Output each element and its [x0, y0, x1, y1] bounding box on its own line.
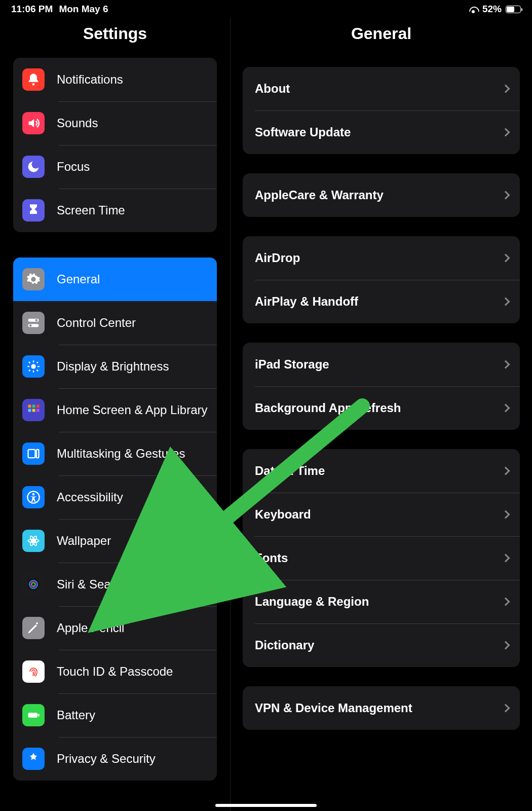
status-battery-pct: 52%: [482, 4, 502, 15]
detail-row-label: Dictionary: [255, 638, 314, 652]
detail-section: VPN & Device Management: [243, 686, 520, 730]
sidebar-item-label: Apple Pencil: [57, 620, 124, 636]
hand-icon: [22, 748, 45, 770]
detail-section: AppleCare & Warranty: [243, 173, 520, 217]
sidebar-item-label: Accessibility: [57, 490, 123, 505]
sidebar-item-label: Notifications: [57, 72, 123, 87]
grid-icon: [22, 399, 45, 421]
sidebar-item-label: Screen Time: [57, 203, 125, 218]
detail-row-label: AirPlay & Handoff: [255, 294, 358, 309]
chevron-right-icon: [502, 641, 510, 650]
sidebar-item-accessibility[interactable]: Accessibility: [13, 475, 217, 519]
detail-row-applecare[interactable]: AppleCare & Warranty: [243, 173, 520, 217]
sidebar-item-label: Sounds: [57, 116, 98, 131]
wifi-icon: [468, 6, 478, 13]
detail-row-dictionary[interactable]: Dictionary: [243, 623, 520, 667]
detail-row-ipad-storage[interactable]: iPad Storage: [243, 343, 520, 386]
sidebar-item-multitasking[interactable]: Multitasking & Gestures: [13, 432, 217, 475]
detail-row-airplay-handoff[interactable]: AirPlay & Handoff: [243, 280, 520, 323]
svg-rect-20: [28, 450, 35, 458]
svg-rect-16: [36, 405, 40, 408]
detail-row-label: Background App Refresh: [255, 401, 401, 415]
moon-icon: [22, 156, 45, 178]
detail-row-label: About: [255, 82, 290, 96]
sidebar-item-label: Multitasking & Gestures: [57, 446, 185, 461]
svg-rect-19: [36, 409, 40, 412]
svg-point-4: [29, 324, 32, 327]
sidebar-item-display-brightness[interactable]: Display & Brightness: [13, 345, 217, 388]
detail-row-vpn-device-mgmt[interactable]: VPN & Device Management: [243, 686, 520, 730]
detail-row-label: Language & Region: [255, 595, 369, 609]
chevron-right-icon: [502, 360, 510, 369]
detail-row-software-update[interactable]: Software Update: [243, 110, 520, 154]
sidebar-section: NotificationsSoundsFocusScreen Time: [13, 58, 217, 232]
detail-row-about[interactable]: About: [243, 67, 520, 110]
detail-row-keyboard[interactable]: Keyboard: [243, 493, 520, 536]
home-indicator[interactable]: [215, 804, 317, 807]
detail-row-fonts[interactable]: Fonts: [243, 536, 520, 580]
sidebar-item-focus[interactable]: Focus: [13, 145, 217, 189]
pencil-icon: [22, 617, 45, 639]
sidebar-item-control-center[interactable]: Control Center: [13, 301, 217, 345]
detail-row-label: VPN & Device Management: [255, 701, 412, 715]
svg-rect-17: [28, 409, 31, 412]
fingerprint-icon: [22, 660, 45, 683]
detail-row-language-region[interactable]: Language & Region: [243, 580, 520, 623]
hourglass-icon: [22, 199, 45, 222]
chevron-right-icon: [502, 128, 510, 137]
chevron-right-icon: [502, 85, 510, 93]
svg-line-13: [37, 362, 38, 363]
chevron-right-icon: [502, 298, 510, 306]
general-detail-pane[interactable]: General AboutSoftware UpdateAppleCare & …: [230, 18, 532, 811]
svg-rect-15: [32, 405, 35, 408]
svg-rect-32: [28, 713, 38, 717]
sidebar-item-sounds[interactable]: Sounds: [13, 101, 217, 145]
status-bar: 11:06 PM Mon May 6 52%: [0, 0, 532, 18]
svg-line-12: [29, 370, 30, 371]
detail-row-label: Date & Time: [255, 464, 325, 478]
svg-rect-18: [32, 409, 35, 412]
sidebar-item-label: Privacy & Security: [57, 751, 156, 766]
sidebar-item-siri-search[interactable]: Siri & Search: [13, 563, 217, 606]
status-time: 11:06 PM: [11, 4, 53, 15]
detail-section: iPad StorageBackground App Refresh: [243, 343, 520, 430]
detail-row-airdrop[interactable]: AirDrop: [243, 236, 520, 280]
svg-rect-21: [36, 450, 39, 458]
chevron-right-icon: [502, 404, 510, 413]
sidebar-item-label: Display & Brightness: [57, 359, 169, 374]
siri-icon: [22, 573, 45, 596]
detail-section: AboutSoftware Update: [243, 67, 520, 154]
svg-rect-33: [38, 714, 39, 717]
detail-section: Date & TimeKeyboardFontsLanguage & Regio…: [243, 449, 520, 667]
accessibility-icon: [22, 486, 45, 508]
svg-point-0: [32, 83, 35, 86]
sidebar-item-home-screen[interactable]: Home Screen & App Library: [13, 388, 217, 432]
detail-row-background-refresh[interactable]: Background App Refresh: [243, 386, 520, 430]
chevron-right-icon: [502, 554, 510, 563]
gear-icon: [22, 268, 45, 290]
sidebar-item-battery[interactable]: Battery: [13, 693, 217, 737]
sidebar-item-privacy-security[interactable]: Privacy & Security: [13, 737, 217, 781]
detail-row-label: Keyboard: [255, 507, 311, 522]
sidebar-item-label: Battery: [57, 708, 95, 723]
svg-point-23: [32, 493, 35, 496]
svg-line-11: [37, 370, 38, 371]
sidebar-item-touchid-passcode[interactable]: Touch ID & Passcode: [13, 650, 217, 693]
bell-badge-icon: [22, 68, 45, 91]
detail-row-date-time[interactable]: Date & Time: [243, 449, 520, 493]
svg-rect-14: [28, 405, 31, 408]
sidebar-item-label: General: [57, 272, 100, 287]
multitask-icon: [22, 443, 45, 465]
sidebar-item-general[interactable]: General: [13, 257, 217, 301]
sidebar-item-apple-pencil[interactable]: Apple Pencil: [13, 606, 217, 650]
sidebar-section: GeneralControl CenterDisplay & Brightnes…: [13, 257, 217, 781]
sidebar-item-label: Control Center: [57, 315, 136, 330]
sidebar-item-label: Home Screen & App Library: [57, 402, 207, 418]
sidebar-item-wallpaper[interactable]: Wallpaper: [13, 519, 217, 563]
status-date: Mon May 6: [59, 4, 108, 15]
settings-sidebar[interactable]: Settings NotificationsSoundsFocusScreen …: [0, 18, 230, 811]
sidebar-item-notifications[interactable]: Notifications: [13, 58, 217, 101]
sidebar-item-screen-time[interactable]: Screen Time: [13, 189, 217, 232]
chevron-right-icon: [502, 510, 510, 519]
chevron-right-icon: [502, 191, 510, 200]
